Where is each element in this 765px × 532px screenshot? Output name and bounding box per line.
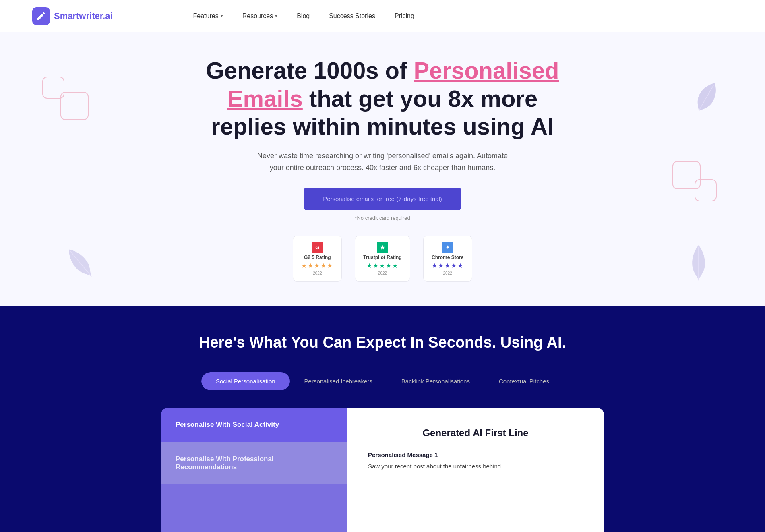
pen-icon <box>36 11 46 21</box>
panel-left: Personalise With Social Activity Persona… <box>161 408 347 532</box>
no-credit-card-text: *No credit card required <box>355 215 410 221</box>
nav-features[interactable]: Features ▾ <box>193 12 223 20</box>
g2-rating-badge: G G2 5 Rating ★★★★★ 2022 <box>293 236 342 282</box>
chevron-down-icon: ▾ <box>221 13 223 19</box>
g2-name: G2 5 Rating <box>304 255 331 260</box>
trustpilot-stars: ★★★★★ <box>366 262 399 269</box>
message-label: Personalised Message 1 <box>368 451 583 458</box>
ratings-section: G G2 5 Rating ★★★★★ 2022 ★ Trustpilot Ra… <box>293 236 472 282</box>
panel-item-professional-recommendations[interactable]: Personalise With Professional Recommenda… <box>161 442 347 484</box>
nav-blog[interactable]: Blog <box>297 12 310 20</box>
hero-title: Generate 1000s of Personalised Emails th… <box>201 56 564 141</box>
features-title: Here's What You Can Expect In Seconds. U… <box>199 334 566 351</box>
g2-icon: G <box>312 242 323 253</box>
chrome-name: Chrome Store <box>432 255 463 260</box>
logo-text: Smartwriter.ai <box>54 11 113 21</box>
deco-rect-4 <box>695 179 717 201</box>
nav-resources[interactable]: Resources ▾ <box>242 12 277 20</box>
feather-right-icon <box>686 244 712 283</box>
trustpilot-name: Trustpilot Rating <box>363 255 401 260</box>
panel-item-social-activity[interactable]: Personalise With Social Activity <box>161 408 347 442</box>
tab-contextual-pitches[interactable]: Contextual Pitches <box>484 372 564 390</box>
deco-rect-2 <box>60 92 89 120</box>
nav-pricing[interactable]: Pricing <box>395 12 414 20</box>
feature-tabs: Social Personalisation Personalised Iceb… <box>201 372 564 390</box>
logo-icon <box>32 7 50 25</box>
tab-personalised-icebreakers[interactable]: Personalised Icebreakers <box>290 372 387 390</box>
trustpilot-year: 2022 <box>378 271 387 275</box>
nav-success-stories[interactable]: Success Stories <box>329 12 375 20</box>
features-section: Here's What You Can Expect In Seconds. U… <box>0 306 765 532</box>
g2-stars: ★★★★★ <box>301 262 333 269</box>
tab-backlink-personalisations[interactable]: Backlink Personalisations <box>387 372 484 390</box>
chrome-rating-badge: ✦ Chrome Store ★★★★★ 2022 <box>423 236 472 282</box>
message-text: Saw your recent post about the unfairnes… <box>368 462 583 471</box>
hero-subtitle: Never waste time researching or writing … <box>254 150 511 174</box>
chrome-stars: ★★★★★ <box>432 262 464 269</box>
chrome-icon: ✦ <box>442 242 453 253</box>
hero-section: Generate 1000s of Personalised Emails th… <box>0 32 765 306</box>
feature-panel: Personalise With Social Activity Persona… <box>161 408 604 532</box>
chrome-year: 2022 <box>443 271 452 275</box>
tab-social-personalisation[interactable]: Social Personalisation <box>201 372 290 390</box>
feather-left-icon <box>65 243 96 284</box>
trustpilot-icon: ★ <box>377 242 388 253</box>
nav-links: Features ▾ Resources ▾ Blog Success Stor… <box>193 12 414 20</box>
logo[interactable]: Smartwriter.ai <box>32 7 113 25</box>
chevron-down-icon: ▾ <box>275 13 277 19</box>
panel-right-title: Generated AI First Line <box>368 427 583 439</box>
trustpilot-rating-badge: ★ Trustpilot Rating ★★★★★ 2022 <box>355 236 410 282</box>
g2-year: 2022 <box>313 271 322 275</box>
cta-button[interactable]: Personalise emails for free (7-days free… <box>304 188 461 210</box>
panel-right: Generated AI First Line Personalised Mes… <box>347 408 604 532</box>
feather-top-right-icon <box>686 77 724 121</box>
navigation: Smartwriter.ai Features ▾ Resources ▾ Bl… <box>0 0 765 32</box>
